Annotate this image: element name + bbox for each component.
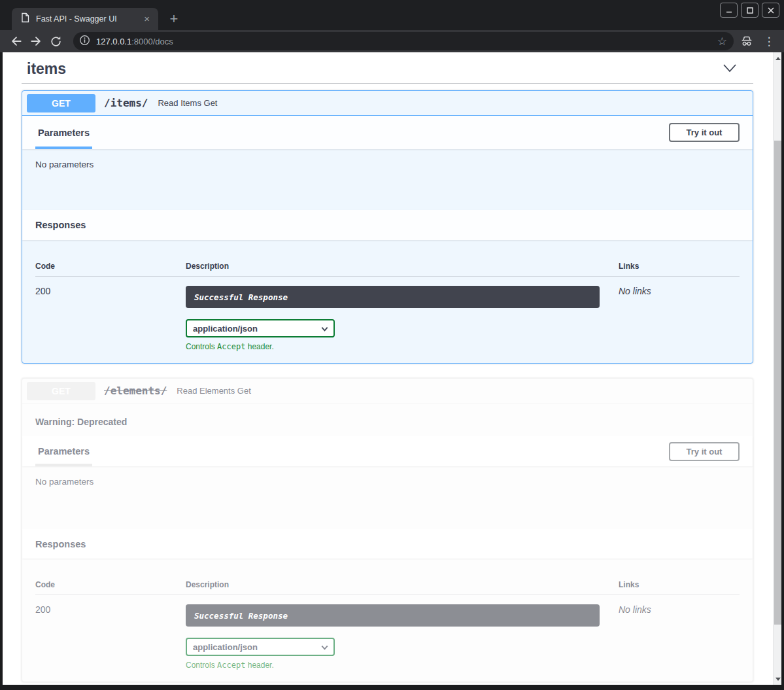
media-type-select-wrap: application/json [186,319,335,337]
col-links: Links [619,580,740,589]
parameters-body: No parameters [22,149,753,210]
tag-section-header[interactable]: items [22,52,753,83]
site-info-icon[interactable] [79,35,90,48]
col-description: Description [186,580,619,589]
links-cell: No links [619,604,740,670]
vertical-scrollbar[interactable] [773,52,781,685]
response-description-box: Successful Response [186,286,600,308]
no-parameters-text: No parameters [35,477,94,487]
media-type-select[interactable]: application/json [186,319,335,337]
opblock-get-items: GET /items/ Read Items Get Parameters Tr… [22,90,753,364]
response-description-cell: Successful Response application/json [186,286,619,351]
new-tab-button[interactable]: + [165,10,183,28]
operation-summary[interactable]: GET /items/ Read Items Get [22,91,753,116]
operation-description: Read Elements Get [177,386,250,396]
col-description: Description [186,262,619,271]
bookmark-star-icon[interactable]: ☆ [717,36,727,47]
scrollbar-thumb[interactable] [774,141,781,625]
col-code: Code [35,262,186,271]
response-row: 200 Successful Response application/json [35,277,740,351]
tab-title: Fast API - Swagger UI [36,14,142,24]
page-favicon-icon [20,12,30,26]
tab-parameters: Parameters [35,436,92,466]
maximize-button[interactable] [741,3,758,18]
url-text[interactable]: 127.0.0.1:8000/docs [96,37,717,46]
reload-button[interactable] [46,32,65,50]
close-button[interactable] [762,3,779,18]
responses-table-header: Code Description Links [35,580,740,595]
parameters-body: No parameters [22,466,753,529]
response-row: 200 Successful Response application/json [35,595,740,670]
parameters-tab-header: Parameters Try it out [22,436,753,466]
tag-title: items [27,60,66,78]
links-cell: No links [619,286,740,351]
forward-button[interactable] [26,32,46,50]
response-description-cell: Successful Response application/json [186,604,619,670]
col-code: Code [35,580,186,589]
browser-window: Fast API - Swagger UI × + [0,0,784,690]
responses-body: Code Description Links 200 Successful Re… [22,240,753,363]
operation-path: /items/ [104,97,148,109]
responses-body: Code Description Links 200 Successful Re… [22,559,753,681]
active-tab-indicator [35,147,92,149]
try-it-out-button[interactable]: Try it out [669,442,740,461]
responses-header: Responses [22,529,753,559]
operation-description: Read Items Get [158,98,217,108]
page-content: items GET /items/ Read Items Get Paramet… [3,52,781,685]
operation-summary[interactable]: GET /elements/ Read Elements Get [22,379,753,404]
responses-table-header: Code Description Links [35,262,740,277]
method-badge: GET [27,382,95,400]
operation-path: /elements/ [104,385,167,397]
no-parameters-text: No parameters [35,160,94,169]
opblock-get-elements-deprecated: GET /elements/ Read Elements Get Warning… [22,378,753,682]
tab-parameters: Parameters [35,116,92,149]
back-button[interactable] [7,32,26,50]
try-it-out-button[interactable]: Try it out [669,123,740,142]
tab-close-icon[interactable]: × [142,14,152,24]
parameters-tab-header: Parameters Try it out [22,116,753,149]
url-host: 127.0.0.1 [96,37,131,46]
accept-header-note: Controls Accept header. [186,661,619,670]
incognito-icon [738,33,755,49]
status-code: 200 [35,286,186,351]
responses-header: Responses [22,210,753,240]
browser-menu-button[interactable]: ⋮ [762,33,776,49]
active-tab-indicator [35,464,92,466]
chevron-down-icon [722,62,738,77]
url-path: :8000/docs [131,37,173,46]
deprecated-warning-row: Warning: Deprecated [22,404,753,436]
col-links: Links [619,262,740,271]
accept-header-note: Controls Accept header. [186,342,619,351]
scroll-up-arrow-icon[interactable] [774,54,781,63]
minimize-button[interactable] [720,3,738,18]
media-type-select-wrap: application/json [186,638,335,656]
window-controls [720,3,779,18]
deprecated-warning-text: Warning: Deprecated [35,417,127,427]
address-bar[interactable]: 127.0.0.1:8000/docs ☆ [73,32,734,50]
method-badge: GET [27,94,95,112]
scroll-down-arrow-icon[interactable] [774,674,781,683]
response-description-box: Successful Response [186,604,600,627]
media-type-select[interactable]: application/json [186,638,335,656]
titlebar: Fast API - Swagger UI × + [0,0,784,30]
status-code: 200 [35,604,186,670]
browser-tab[interactable]: Fast API - Swagger UI × [12,8,158,30]
browser-toolbar: 127.0.0.1:8000/docs ☆ ⋮ [0,30,784,52]
tag-divider [22,83,753,84]
